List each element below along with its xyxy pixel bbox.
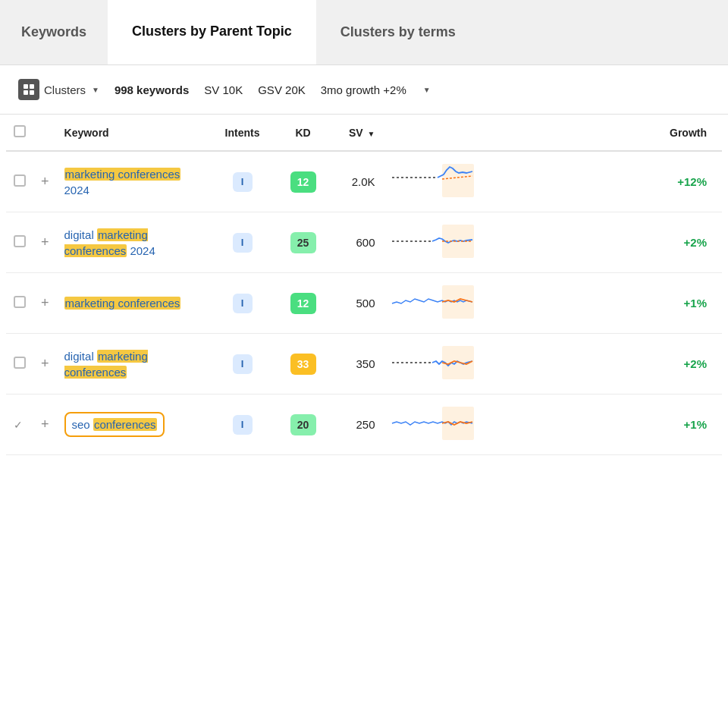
add-keyword-button[interactable]: + — [41, 234, 49, 250]
keyword-link[interactable]: seo conferences — [64, 412, 201, 437]
sv-value: 250 — [356, 418, 375, 431]
growth-value: +1% — [684, 297, 707, 310]
keywords-count: 998 keywords — [115, 83, 189, 96]
keyword-link[interactable]: marketing conferences 2024 — [64, 166, 201, 198]
header-keyword: Keyword — [57, 115, 209, 151]
sv-value: 600 — [356, 236, 375, 249]
sv-value: 350 — [356, 357, 375, 370]
add-keyword-button[interactable]: + — [41, 356, 49, 371]
gsv-stat: GSV 20K — [258, 83, 306, 96]
sv-value: 2.0K — [352, 175, 375, 188]
table-row: ✓+seo conferencesI20250+1% — [6, 395, 722, 455]
sparkline-cell — [383, 273, 482, 334]
tab-clusters-terms[interactable]: Clusters by terms — [316, 0, 480, 64]
keyword-highlight: marketing conferences — [64, 297, 181, 310]
add-keyword-button[interactable]: + — [41, 417, 49, 432]
row-checkmark[interactable]: ✓ — [14, 419, 23, 431]
keyword-box: seo conferences — [64, 412, 165, 437]
row-checkbox[interactable] — [14, 174, 26, 187]
header-kd: KD — [277, 115, 330, 151]
intent-badge: I — [233, 172, 253, 192]
keyword-highlight: conferences — [93, 418, 157, 431]
table-row: +marketing conferences 2024I122.0K+12% — [6, 151, 722, 212]
sparkline — [391, 164, 474, 200]
growth-value: +12% — [677, 175, 707, 188]
add-keyword-button[interactable]: + — [41, 174, 49, 189]
table-row: +digital marketing conferencesI33350+2% — [6, 334, 722, 395]
sparkline — [391, 225, 474, 260]
intent-badge: I — [233, 233, 253, 253]
header-add-col — [33, 115, 57, 151]
sv-value: 500 — [356, 297, 375, 310]
header-checkbox-col — [6, 115, 33, 151]
sv-sort-arrow: ▼ — [368, 130, 375, 138]
svg-rect-2 — [24, 90, 28, 95]
intent-badge: I — [233, 415, 253, 435]
svg-rect-1 — [30, 84, 34, 89]
growth-stat: 3mo growth +2% — [321, 83, 406, 96]
sparkline — [391, 407, 474, 442]
intent-badge: I — [233, 294, 253, 313]
intent-badge: I — [233, 354, 253, 374]
sparkline-cell — [383, 395, 482, 455]
svg-rect-0 — [24, 84, 28, 89]
kd-badge: 20 — [290, 414, 316, 435]
clusters-dropdown-arrow: ▼ — [92, 86, 99, 94]
header-chart — [383, 115, 482, 151]
toolbar: Clusters ▼ 998 keywords SV 10K GSV 20K 3… — [0, 65, 728, 115]
clusters-icon — [18, 79, 39, 100]
select-all-checkbox[interactable] — [14, 125, 26, 137]
growth-dropdown-arrow: ▼ — [423, 86, 431, 94]
header-growth: Growth — [482, 115, 722, 151]
header-intents: Intents — [209, 115, 277, 151]
header-sv[interactable]: SV ▼ — [330, 115, 383, 151]
sparkline — [391, 285, 474, 321]
growth-value: +2% — [684, 357, 707, 370]
kd-badge: 12 — [290, 293, 316, 314]
kd-badge: 12 — [290, 171, 316, 193]
row-checkbox[interactable] — [14, 357, 26, 369]
kd-badge: 33 — [290, 354, 316, 375]
sparkline-cell — [383, 212, 482, 273]
sparkline-cell — [383, 151, 482, 212]
keyword-link[interactable]: digital marketing conferences — [64, 348, 201, 380]
sv-stat: SV 10K — [204, 83, 243, 96]
keyword-link[interactable]: marketing conferences — [64, 295, 201, 311]
sparkline-cell — [383, 334, 482, 395]
row-checkbox[interactable] — [14, 296, 26, 308]
keyword-table-container: Keyword Intents KD SV ▼ Growth +marketi — [0, 115, 728, 455]
growth-value: +2% — [684, 236, 707, 249]
row-checkbox[interactable] — [14, 235, 26, 247]
tab-keywords[interactable]: Keywords — [0, 0, 108, 64]
clusters-button[interactable]: Clusters ▼ — [18, 79, 99, 100]
keyword-link[interactable]: digital marketing conferences 2024 — [64, 227, 201, 259]
top-nav: Keywords Clusters by Parent Topic Cluste… — [0, 0, 728, 65]
tab-clusters-parent[interactable]: Clusters by Parent Topic — [108, 0, 316, 64]
svg-rect-3 — [30, 90, 34, 95]
sparkline — [391, 346, 474, 382]
keyword-highlight: marketing conferences — [64, 168, 181, 181]
table-row: +digital marketing conferences 2024I2560… — [6, 212, 722, 273]
kd-badge: 25 — [290, 232, 316, 253]
keyword-table: Keyword Intents KD SV ▼ Growth +marketi — [6, 115, 722, 455]
add-keyword-button[interactable]: + — [41, 295, 49, 310]
growth-value: +1% — [684, 418, 707, 431]
table-row: +marketing conferencesI12500+1% — [6, 273, 722, 334]
